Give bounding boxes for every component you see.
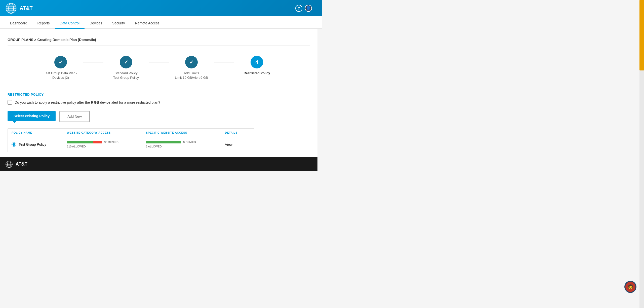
step-2-circle: ✓ [120, 56, 132, 68]
step-wrapper-4: 4 Restricted Policy [234, 56, 279, 75]
view-details-link[interactable]: View [225, 142, 232, 146]
breadcrumb: GROUP PLANS > Creating Domestic Plan (Do… [8, 34, 310, 46]
step-4: 4 Restricted Policy [234, 56, 279, 75]
checkbox-label: Do you wish to apply a restrictive polic… [15, 100, 160, 104]
specific-bar-row: 0 DENIED [146, 141, 225, 144]
header-website-category: WEBSITE CATEGORY ACCESS [67, 131, 146, 134]
user-button[interactable]: 👤 [305, 5, 312, 12]
specific-allowed-bar [146, 141, 181, 143]
brand-name: AT&T [20, 5, 33, 11]
category-denied-label: 36 DENIED [104, 141, 118, 144]
details-cell: View [225, 142, 250, 147]
button-row: Select existing Policy Add New [8, 111, 310, 122]
footer-globe-icon [5, 160, 13, 168]
nav-bar: Dashboard Reports Data Control Devices S… [0, 16, 322, 29]
logo: AT&T [5, 2, 33, 14]
policy-name: Test Group Policy [19, 142, 46, 146]
specific-denied-label: 0 DENIED [183, 141, 196, 144]
header: AT&T ? 👤 [0, 0, 322, 16]
category-access-cell: 36 DENIED 110 ALLOWED [67, 141, 146, 148]
checkbox-row: Do you wish to apply a restrictive polic… [8, 100, 310, 105]
restrict-policy-checkbox[interactable] [8, 100, 12, 105]
step-3-label: Add Limits Limit 10 GB/Alert 9 GB [175, 71, 208, 80]
breadcrumb-text: GROUP PLANS > Creating Domestic Plan (Do… [8, 38, 96, 42]
step-1-label: Test Group Data Plan / Devices (2) [44, 71, 77, 80]
progress-steps: ✓ Test Group Data Plan / Devices (2) ✓ S… [8, 53, 310, 83]
category-bar [67, 141, 102, 143]
specific-access-cell: 0 DENIED 1 ALLOWED [146, 141, 225, 148]
nav-dashboard[interactable]: Dashboard [5, 18, 32, 29]
step-4-circle: 4 [251, 56, 263, 68]
step-2: ✓ Standard Policy Test Group Policy [103, 56, 149, 80]
select-existing-policy-button[interactable]: Select existing Policy [8, 111, 56, 121]
nav-remote-access[interactable]: Remote Access [130, 18, 165, 29]
step-wrapper-3: ✓ Add Limits Limit 10 GB/Alert 9 GB [169, 56, 234, 80]
header-specific-website: SPECIFIC WEBSITE ACCESS [146, 131, 225, 134]
header-icons: ? 👤 [295, 5, 312, 12]
section-title: RESTRICTED POLICY [8, 93, 310, 96]
help-button[interactable]: ? [295, 5, 302, 12]
step-2-label: Standard Policy Test Group Policy [113, 71, 139, 80]
step-connector-2 [149, 62, 169, 62]
step-1: ✓ Test Group Data Plan / Devices (2) [38, 56, 83, 80]
category-denied-bar [93, 141, 102, 143]
checkbox-highlight: 9 GB [91, 100, 99, 104]
main-content: GROUP PLANS > Creating Domestic Plan (Do… [0, 29, 317, 157]
step-1-circle: ✓ [54, 56, 67, 68]
table-header: POLICY NAME WEBSITE CATEGORY ACCESS SPEC… [8, 129, 254, 137]
step-wrapper-2: ✓ Standard Policy Test Group Policy [103, 56, 169, 80]
footer: AT&T [0, 157, 317, 171]
step-connector-1 [83, 62, 103, 62]
table-row: Test Group Policy 36 DENIED 110 ALLOWED [8, 137, 254, 152]
specific-allowed-count: 1 ALLOWED [146, 145, 225, 148]
header-policy-name: POLICY NAME [12, 131, 67, 134]
checkbox-label-after: device alert for a more restricted plan? [99, 100, 160, 104]
step-4-label: Restricted Policy [244, 71, 270, 75]
nav-data-control[interactable]: Data Control [55, 18, 85, 29]
step-3-circle: ✓ [185, 56, 198, 68]
nav-reports[interactable]: Reports [32, 18, 55, 29]
footer-brand: AT&T [16, 162, 27, 167]
header-details: DETAILS [225, 131, 250, 134]
policy-radio[interactable] [12, 142, 16, 147]
step-3: ✓ Add Limits Limit 10 GB/Alert 9 GB [169, 56, 214, 80]
step-connector-3 [214, 62, 234, 62]
category-bar-row: 36 DENIED [67, 141, 146, 144]
category-allowed-count: 110 ALLOWED [67, 145, 146, 148]
policy-table: POLICY NAME WEBSITE CATEGORY ACCESS SPEC… [8, 128, 254, 152]
nav-devices[interactable]: Devices [85, 18, 107, 29]
att-globe-icon [5, 2, 17, 14]
step-wrapper-1: ✓ Test Group Data Plan / Devices (2) [38, 56, 103, 80]
policy-name-cell: Test Group Policy [12, 142, 67, 147]
checkbox-label-before: Do you wish to apply a restrictive polic… [15, 100, 91, 104]
nav-security[interactable]: Security [107, 18, 130, 29]
footer-logo: AT&T [5, 160, 27, 168]
category-allowed-bar [67, 141, 93, 143]
add-new-button[interactable]: Add New [59, 111, 90, 122]
specific-bar [146, 141, 181, 143]
